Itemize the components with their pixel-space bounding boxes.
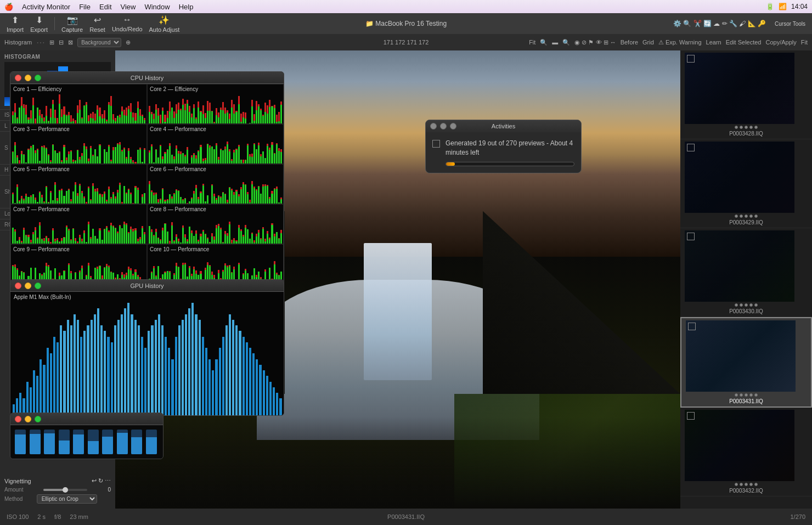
dot	[754, 214, 758, 218]
core-6-bars	[148, 171, 283, 204]
cpu-window-title: CPU History	[131, 75, 164, 81]
filename-2: P0003429.IIQ	[729, 219, 763, 225]
mem-minimize-button[interactable]	[25, 416, 31, 422]
learn-label[interactable]: Learn	[706, 39, 721, 46]
lr-toolbar2: Histogram ⋯ ⊞ ⊟ ⊠ Background ⊕ 171 172 1…	[0, 34, 812, 50]
bottom-bar: ISO 100 2 s f/8 23 mm P0003431.IIQ 1/270	[0, 509, 812, 525]
activities-checkbox[interactable]	[432, 140, 440, 148]
memory-block	[59, 430, 70, 454]
act-minimize-button[interactable]	[440, 123, 447, 129]
view-toggle[interactable]: ⊞	[49, 39, 54, 46]
zoom-icon-2[interactable]: 🔍	[562, 39, 570, 46]
view-icons: ◉ ⊘ ⚑ 👁 ⊞ ↔	[574, 39, 616, 46]
close-button[interactable]	[15, 75, 21, 81]
dot	[735, 303, 738, 307]
copy-apply[interactable]: Copy/Apply	[766, 39, 797, 46]
menu-file[interactable]: File	[79, 3, 91, 11]
gpu-window-titlebar: GPU History	[10, 280, 284, 292]
undoredo-button[interactable]: ↔ Undo/Redo	[112, 15, 143, 32]
mem-close-button[interactable]	[15, 416, 21, 422]
checkbox-5[interactable]	[687, 412, 695, 420]
checkbox-4[interactable]	[688, 323, 696, 330]
import-button[interactable]: ⬆ Import	[7, 15, 24, 33]
thumb-1[interactable]	[685, 53, 794, 124]
method-select[interactable]: Elliptic on Crop	[37, 494, 97, 504]
view-toggle-3[interactable]: ⊠	[68, 39, 73, 46]
act-maximize-button[interactable]	[450, 123, 456, 129]
maximize-button[interactable]	[35, 75, 41, 81]
battery-icon[interactable]: 🔋	[766, 3, 774, 10]
reset-button[interactable]: ↩ Reset	[89, 15, 105, 33]
waterfall-stream	[364, 243, 432, 381]
capture-button[interactable]: 📷 Capture	[61, 15, 83, 33]
background-select[interactable]: Background	[77, 38, 121, 47]
vignetting-icons: ↩ ↻ ⋯	[92, 477, 111, 484]
checkbox-2[interactable]	[687, 144, 695, 151]
edit-selected[interactable]: Edit Selected	[726, 39, 762, 46]
checkbox-1[interactable]	[687, 55, 695, 63]
core-3-bars	[11, 131, 146, 163]
grid-label[interactable]: Grid	[642, 39, 654, 46]
gpu-minimize-button[interactable]	[25, 283, 31, 289]
time-display: 14:04	[791, 3, 808, 10]
core-9-bars	[11, 251, 146, 284]
memory-block	[88, 430, 99, 454]
fit-label[interactable]: Fit	[529, 39, 535, 46]
core-2-bars	[148, 91, 283, 123]
filmstrip-item-5[interactable]: P0003432.IIQ	[680, 408, 812, 496]
zoom-icon[interactable]: 🔍	[540, 39, 548, 46]
add-layer[interactable]: ⊕	[126, 39, 131, 46]
page-count-right: 1/270	[790, 513, 805, 520]
menu-view[interactable]: View	[121, 3, 136, 11]
dot	[749, 303, 753, 307]
right-panel[interactable]: P0003428.IIQ P0003429.IIQ	[680, 50, 812, 525]
menu-window[interactable]: Window	[144, 3, 170, 11]
core-3-cell: Core 3 — Performance	[10, 124, 147, 164]
memory-block	[30, 430, 41, 454]
before-label[interactable]: Before	[621, 39, 638, 46]
amount-value: 0	[108, 487, 111, 493]
thumb-5[interactable]	[685, 410, 794, 481]
dots-1	[735, 126, 758, 129]
toolbar-right: ⚙️ 🔍 ✂️ 🔄 ☁ ✏ 🔧 🖌 📐 🔑 Cursor Tools	[673, 20, 805, 27]
filmstrip-item-1[interactable]: P0003428.IIQ	[680, 50, 812, 139]
rocks-bottom	[115, 417, 680, 509]
apple-menu[interactable]: 🍎	[4, 3, 13, 11]
filmstrip-item-4[interactable]: P0003431.IIQ	[680, 317, 812, 408]
thumb-3[interactable]	[685, 230, 794, 302]
mem-maximize-button[interactable]	[35, 416, 41, 422]
thumb-2[interactable]	[685, 142, 794, 213]
core-8-label: Core 8 — Performance	[150, 206, 206, 212]
gpu-close-button[interactable]	[15, 283, 21, 289]
act-close-button[interactable]	[430, 123, 437, 129]
app-name[interactable]: Activity Monitor	[22, 3, 70, 11]
auto-adjust-button[interactable]: ✨ Auto Adjust	[149, 15, 180, 33]
view-toggle-2[interactable]: ⊟	[59, 39, 64, 46]
toolbar-sep-1	[54, 17, 55, 30]
export-button[interactable]: ⬇ Export	[30, 15, 48, 33]
zoom-bar: ▬	[552, 39, 558, 46]
menu-help[interactable]: Help	[179, 3, 194, 11]
dot	[754, 393, 758, 397]
core-9-label: Core 9 — Performance	[13, 246, 70, 252]
wifi-icon[interactable]: 📶	[779, 3, 787, 10]
menu-bar-right: 🔋 📶 14:04	[766, 3, 808, 10]
gpu-maximize-button[interactable]	[35, 283, 41, 289]
core-7-bars	[11, 211, 146, 244]
filmstrip-item-2[interactable]: P0003429.IIQ	[680, 139, 812, 228]
checkbox-3[interactable]	[687, 233, 695, 240]
thumb-4[interactable]	[686, 320, 796, 392]
amount-slider[interactable]	[43, 489, 87, 491]
memory-window-titlebar	[10, 413, 163, 425]
menu-edit[interactable]: Edit	[99, 3, 111, 11]
gpu-history-window: GPU History Apple M1 Max (Built-In)	[10, 279, 284, 416]
cpu-grid: Core 1 — Efficiency Core 2 — Efficiency …	[10, 84, 284, 284]
filmstrip-item-3[interactable]: P0003430.IIQ	[680, 228, 812, 317]
activities-message: Generated 19 out of 270 previews - About…	[446, 139, 574, 157]
dot	[740, 393, 743, 397]
minimize-button[interactable]	[25, 75, 31, 81]
filename-1: P0003428.IIQ	[729, 131, 763, 137]
menu-bar: 🍎 Activity Monitor File Edit View Window…	[0, 0, 812, 13]
histogram-toggle[interactable]: Histogram	[4, 39, 32, 46]
dot	[735, 483, 738, 486]
